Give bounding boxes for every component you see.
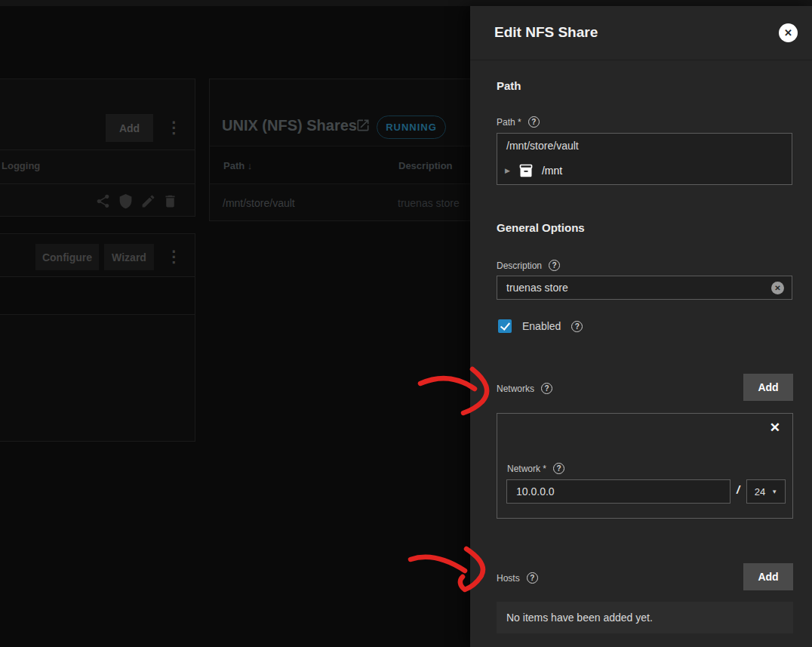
help-icon[interactable]: ?: [553, 463, 564, 474]
label-text: Network *: [507, 464, 546, 474]
table-row[interactable]: /mnt/store/vault truenas store: [210, 184, 470, 222]
prefix-select[interactable]: 24 ▼: [746, 479, 786, 504]
cell-path: /mnt/store/vault: [223, 197, 295, 209]
hosts-add-button[interactable]: Add: [743, 563, 793, 590]
panel-title: Edit NFS Share: [494, 24, 598, 41]
path-tree-row[interactable]: ▶ /mnt: [497, 157, 792, 185]
description-input[interactable]: truenas store ✕: [497, 276, 792, 300]
label-text: Networks: [497, 384, 534, 394]
share-icon[interactable]: [95, 193, 111, 209]
service-row-label: Logging: [2, 160, 40, 171]
enabled-checkbox[interactable]: [498, 319, 512, 333]
panel-header: Edit NFS Share ✕: [470, 6, 812, 60]
wizard-card: Configure Wizard ⋮: [0, 233, 195, 442]
empty-header-row: [0, 277, 195, 314]
help-icon[interactable]: ?: [541, 383, 552, 394]
services-card: Add ⋮ Logging: [0, 79, 195, 217]
trash-icon[interactable]: [162, 193, 178, 209]
nfs-card-title: UNIX (NFS) Shares: [222, 117, 357, 134]
label-text: Description: [497, 260, 542, 271]
network-field-label: Network * ?: [507, 463, 564, 474]
path-field-label: Path * ?: [497, 116, 540, 128]
open-in-new-icon[interactable]: [355, 118, 371, 133]
enabled-row: Enabled ?: [498, 319, 583, 333]
remove-network-icon[interactable]: ✕: [770, 420, 780, 436]
configure-button[interactable]: Configure: [35, 244, 99, 270]
network-input[interactable]: 10.0.0.0: [506, 479, 730, 504]
divider: [0, 149, 195, 150]
help-icon[interactable]: ?: [528, 116, 540, 128]
networks-label: Networks ?: [497, 383, 552, 394]
enabled-label: Enabled: [522, 320, 561, 332]
path-input[interactable]: /mnt/store/vault: [497, 133, 792, 158]
top-bar: [0, 0, 812, 6]
tree-node-label: /mnt: [542, 165, 562, 177]
chevron-down-icon: ▼: [771, 488, 777, 495]
hosts-label: Hosts ?: [497, 572, 538, 584]
table-header-row: Path ↓ Description: [210, 146, 470, 184]
wizard-kebab-menu-icon[interactable]: ⋮: [166, 248, 182, 264]
path-section-heading: Path: [497, 79, 521, 92]
wizard-button[interactable]: Wizard: [104, 244, 154, 270]
description-field-label: Description ?: [497, 260, 560, 271]
dataset-icon: [518, 163, 534, 178]
tree-expand-icon[interactable]: ▶: [505, 167, 510, 174]
help-icon[interactable]: ?: [549, 260, 560, 271]
edit-pencil-icon[interactable]: [140, 193, 156, 209]
status-badge: RUNNING: [377, 116, 446, 139]
nfs-shares-card: UNIX (NFS) Shares RUNNING Path ↓ Descrip…: [209, 79, 471, 221]
services-add-button[interactable]: Add: [106, 114, 153, 142]
sort-desc-icon: ↓: [248, 160, 253, 171]
column-header-description[interactable]: Description: [398, 160, 453, 171]
description-value: truenas store: [506, 282, 568, 294]
edit-nfs-share-panel: Edit NFS Share ✕ Path Path * ? /mnt/stor…: [470, 6, 812, 647]
cell-description: truenas store: [398, 197, 460, 209]
help-icon[interactable]: ?: [571, 321, 583, 332]
prefix-value: 24: [755, 486, 765, 498]
divider: [0, 314, 195, 315]
label-text: Hosts: [497, 573, 520, 584]
help-icon[interactable]: ?: [527, 572, 538, 584]
network-entry-box: ✕ Network * ? 10.0.0.0 / 24 ▼: [497, 413, 793, 519]
general-options-heading: General Options: [497, 221, 585, 234]
hosts-empty-message: No items have been added yet.: [497, 602, 793, 633]
networks-add-button[interactable]: Add: [743, 374, 793, 401]
cidr-separator: /: [737, 483, 740, 496]
close-icon[interactable]: ✕: [779, 23, 798, 42]
divider: [0, 183, 195, 184]
column-header-path[interactable]: Path ↓: [223, 160, 252, 171]
column-label: Path: [223, 160, 245, 171]
services-kebab-menu-icon[interactable]: ⋮: [166, 119, 182, 135]
clear-input-icon[interactable]: ✕: [771, 282, 784, 294]
shield-icon[interactable]: [118, 193, 134, 209]
label-text: Path *: [497, 117, 521, 128]
